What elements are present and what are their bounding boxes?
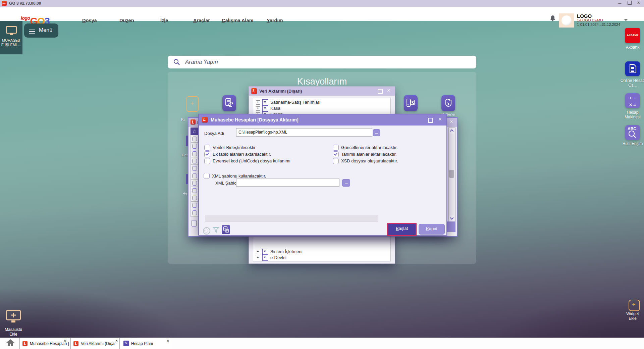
progress-bar (205, 215, 378, 221)
menu-araclar[interactable]: Araçlar (193, 18, 210, 23)
row-checkbox-cell[interactable] (191, 150, 199, 158)
hamburger-icon (29, 29, 35, 35)
widget-online-hesap[interactable] (625, 61, 640, 76)
filter-icon[interactable] (213, 227, 219, 234)
app-titlebar[interactable]: GO 3 v2.73.00.00 ─ × (0, 0, 644, 7)
menu-calisma-alani[interactable]: Çalışma Alanı (222, 18, 254, 23)
row-checkbox-cell[interactable] (191, 164, 199, 172)
maximize-button[interactable] (428, 118, 433, 123)
dialog-titlebar[interactable]: Veri Aktarımı (Dışarı) × (249, 87, 395, 96)
avatar[interactable] (559, 13, 574, 28)
row-checkbox-cell[interactable] (191, 135, 199, 143)
scroll-up-arrow[interactable] (449, 128, 454, 134)
document-refresh-icon (225, 98, 233, 108)
expand-icon[interactable] (256, 256, 260, 260)
expand-icon[interactable] (256, 106, 260, 111)
close-button[interactable]: × (637, 0, 640, 6)
taskbar-tab-muhasebe-hesaplari[interactable]: Muhasebe Hesapları [ × (19, 338, 68, 349)
minimize-button[interactable]: ─ (618, 0, 621, 6)
document-icon (192, 220, 197, 227)
browse-template-button[interactable]: ... (342, 179, 350, 187)
shortcut-tile-document-edit[interactable] (404, 95, 418, 111)
expand-icon[interactable] (256, 100, 260, 105)
menu-izle[interactable]: İzle (160, 18, 168, 23)
app-title: GO 3 v2.73.00.00 (9, 1, 41, 6)
checkbox-label[interactable]: Tanımlı alanlar aktarılacaktır. (341, 152, 396, 157)
checkbox-label[interactable]: Ek tablo alanları aktarılacaktır. (213, 152, 271, 157)
notifications-bell-icon[interactable] (550, 15, 555, 23)
menu-yardim[interactable]: Yardım (267, 18, 283, 23)
tab-close-icon[interactable]: × (116, 339, 118, 343)
checkbox-xml-sablonu[interactable] (204, 173, 210, 179)
checkbox-label[interactable]: XML şablonu kullanılacaktır. (212, 173, 266, 179)
dialog-titlebar[interactable]: Muhasebe Hesapları [Dosyaya Aktarım] × (199, 114, 446, 126)
tab-close-icon[interactable]: × (64, 339, 66, 343)
checkbox-label[interactable]: Evrensel kod (UniCode) dosya kullanımı (213, 158, 290, 163)
row-checkbox-cell[interactable] (191, 157, 199, 165)
close-dialog-button[interactable]: Kapat (419, 224, 445, 235)
widget-hizli-erisim[interactable]: ABC (625, 125, 640, 140)
widget-hesap-makinesi[interactable]: + − × = (625, 93, 640, 108)
select-all-header[interactable] (191, 128, 199, 136)
checkbox-label[interactable]: XSD dosyası oluşturulacaktır. (341, 158, 398, 163)
user-info[interactable]: LOGO 1-LOGO DEMO 1-01.01.2024...31.12.20… (577, 14, 620, 27)
widget-label-hizli-erisim: Hızlı Erişim (620, 141, 644, 146)
checkbox-veriler-birlestirilecektir[interactable] (204, 145, 210, 151)
close-button[interactable]: × (450, 119, 453, 124)
add-widget-button[interactable] (629, 300, 640, 311)
checkbox-evrensel-kod[interactable] (204, 158, 210, 164)
close-button[interactable]: × (438, 117, 442, 122)
chevron-down-icon[interactable] (624, 19, 628, 21)
menu-button[interactable]: Menü (24, 23, 58, 38)
add-desktop-button[interactable]: Masaüstü Ekle (2, 309, 25, 338)
taskbar-tab-hesap-plani[interactable]: Hesap Planı × (121, 338, 171, 349)
expand-icon[interactable] (256, 250, 260, 254)
start-button[interactable]: Başlat (388, 224, 416, 235)
row-checkbox-cell[interactable] (191, 187, 199, 195)
row-checkbox-cell[interactable] (191, 201, 199, 209)
tab-close-icon[interactable]: × (167, 339, 169, 343)
logo-l-icon (251, 88, 257, 94)
checkbox-label[interactable]: Güncellenenler aktarılacaktır. (341, 145, 397, 150)
checkbox-tanimli-alanlar[interactable] (333, 151, 339, 157)
add-shortcut-button[interactable] (186, 96, 199, 112)
checkbox-xsd-dosyasi[interactable] (333, 158, 339, 164)
search-icon (173, 59, 180, 65)
home-icon[interactable] (6, 339, 15, 346)
logo-l-icon (22, 341, 28, 346)
widget-akbank[interactable]: AKBANK (625, 28, 640, 43)
app-logo-icon (2, 1, 7, 6)
node-icon (262, 255, 268, 261)
file-name-input[interactable]: C:\HesapPlan\logo-hp.XML (236, 128, 372, 137)
magnifier-icon (628, 130, 637, 139)
logo-l-icon (202, 117, 208, 122)
taskbar-tab-veri-aktarimi[interactable]: Veri Aktarımı (Dışar × (70, 338, 120, 349)
row-checkbox-cell[interactable] (191, 179, 199, 187)
row-checkbox-cell[interactable] (191, 172, 199, 180)
database-icon (223, 226, 229, 233)
vertical-scrollbar[interactable] (448, 128, 455, 222)
maximize-button[interactable] (628, 1, 632, 5)
user-name: LOGO (577, 14, 620, 18)
checkbox-guncellenenler[interactable] (333, 145, 339, 151)
browse-file-button[interactable]: ... (373, 129, 380, 136)
checkbox-label[interactable]: Veriler Birleştirilecektir (213, 145, 256, 150)
menu-button-label: Menü (39, 27, 52, 33)
sidebar-module-muhasebe[interactable]: MUHASEBE İŞLEML... (0, 21, 22, 54)
xml-template-input[interactable] (236, 179, 339, 187)
close-button[interactable]: × (387, 88, 390, 93)
maximize-button[interactable] (378, 89, 383, 94)
search-input[interactable] (184, 57, 468, 67)
row-checkbox-cell[interactable] (191, 142, 199, 150)
menu-dosya[interactable]: Dosya (82, 18, 97, 23)
scrollbar-thumb[interactable] (449, 170, 454, 178)
menu-duzen[interactable]: Düzen (119, 18, 134, 23)
module-label: MUHASEBE İŞLEML... (1, 38, 21, 47)
scroll-down-arrow[interactable] (449, 215, 454, 221)
checkbox-ek-tablo-alanlari[interactable] (204, 151, 210, 157)
data-source-button[interactable] (222, 225, 230, 234)
shortcut-tile-veri-aktarimi[interactable] (222, 95, 236, 111)
shortcut-tile-defterler[interactable] (441, 95, 455, 111)
row-checkbox-cell[interactable] (191, 194, 199, 202)
row-checkbox-cell[interactable] (191, 209, 199, 217)
